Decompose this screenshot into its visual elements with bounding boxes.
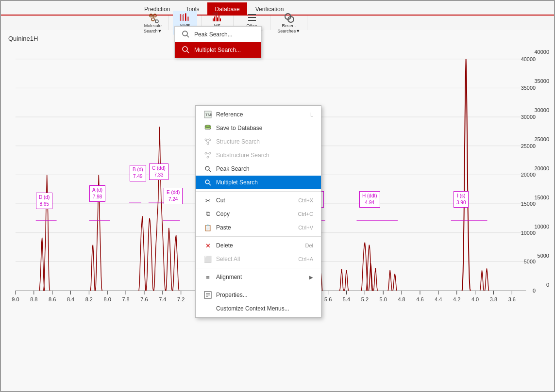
ctx-cut[interactable]: ✂ Cut Ctrl+X — [196, 194, 321, 207]
svg-text:J: J — [182, 14, 184, 16]
svg-line-26 — [187, 35, 189, 37]
molecule-search-button[interactable]: MoleculeSearch▼ — [141, 11, 165, 35]
ribbon-group-recent: RecentSearches▼ — [270, 16, 307, 30]
ctx-peak-search-icon — [203, 164, 212, 173]
svg-rect-12 — [213, 18, 214, 21]
substructure-search-icon — [203, 151, 212, 160]
svg-text:15000: 15000 — [521, 201, 536, 207]
svg-line-125 — [208, 141, 209, 143]
svg-text:35000: 35000 — [521, 85, 536, 91]
svg-text:8.0: 8.0 — [104, 296, 111, 302]
ctx-substructure-search-label: Substructure Search — [216, 152, 269, 159]
peak-search-dropdown-item[interactable]: Peak Search... — [175, 27, 261, 42]
ctx-copy-label: Copy — [216, 211, 230, 217]
svg-text:30000: 30000 — [521, 114, 536, 120]
ctx-select-all-label: Select All — [216, 256, 240, 262]
svg-rect-8 — [183, 16, 184, 21]
svg-text:10000: 10000 — [521, 230, 536, 236]
svg-rect-17 — [220, 18, 221, 21]
ctx-select-all: ⬜ Select All Ctrl+A — [196, 252, 321, 266]
svg-text:7.8: 7.8 — [122, 296, 129, 302]
ctx-alignment-label: Alignment — [216, 274, 242, 280]
ctx-structure-search-label: Structure Search — [216, 138, 260, 145]
svg-point-120 — [205, 139, 207, 141]
ctx-multiplet-search-icon — [203, 178, 212, 187]
ctx-multiplet-search[interactable]: Multiplet Search — [196, 176, 321, 189]
ctx-delete-shortcut: Del — [305, 243, 313, 248]
svg-line-4 — [153, 17, 154, 18]
ctx-peak-search-label: Peak Search — [216, 165, 250, 172]
ctx-paste-shortcut: Ctrl+V — [298, 225, 313, 230]
svg-point-1 — [153, 14, 156, 17]
ctx-separator-3 — [196, 268, 321, 268]
delete-icon: ✕ — [203, 241, 212, 250]
ctx-customize-label: Customize Context Menus... — [216, 305, 289, 312]
svg-text:8.4: 8.4 — [67, 296, 74, 302]
svg-text:7.6: 7.6 — [140, 296, 148, 302]
svg-text:8.6: 8.6 — [49, 296, 56, 302]
main-window: Prediction Tools Database Verification — [0, 0, 555, 392]
svg-text:3.8: 3.8 — [490, 296, 497, 302]
ribbon: Prediction Tools Database Verification — [1, 1, 554, 30]
svg-point-2 — [151, 18, 154, 21]
ctx-delete[interactable]: ✕ Delete Del — [196, 239, 321, 252]
svg-text:9.0: 9.0 — [12, 296, 19, 302]
nmr-search-dropdown: Peak Search... Multiplet Search... — [174, 26, 262, 58]
svg-point-127 — [209, 152, 211, 154]
svg-line-6 — [155, 19, 156, 20]
molecule-search-icon — [147, 12, 159, 23]
svg-text:5.2: 5.2 — [361, 296, 369, 302]
ctx-alignment[interactable]: ≡ Alignment ▶ — [196, 270, 321, 284]
multiplet-search-dropdown-item[interactable]: Multiplet Search... — [175, 42, 261, 58]
svg-text:20000: 20000 — [521, 172, 536, 178]
svg-point-128 — [207, 156, 209, 158]
svg-rect-15 — [217, 17, 218, 21]
svg-text:4.0: 4.0 — [471, 296, 479, 302]
ctx-separator-1 — [196, 191, 321, 192]
multiplet-search-icon — [181, 45, 190, 55]
svg-point-130 — [205, 166, 209, 170]
peak-label-D: D (d)8.65 — [36, 193, 52, 209]
peak-label-I: I (s)3.90 — [454, 191, 469, 208]
ctx-properties-label: Properties... — [216, 292, 248, 298]
svg-text:TMS: TMS — [205, 113, 212, 117]
nmr-search-icon: J — [179, 12, 191, 23]
svg-point-126 — [205, 152, 207, 154]
alignment-icon: ≡ — [203, 273, 212, 281]
svg-point-132 — [205, 180, 209, 184]
svg-text:25000: 25000 — [521, 143, 536, 149]
svg-text:7.2: 7.2 — [177, 296, 185, 302]
y-axis-values: 40000 35000 30000 25000 20000 15000 1000… — [534, 37, 549, 299]
recent-searches-button[interactable]: RecentSearches▼ — [274, 11, 303, 35]
svg-line-133 — [209, 183, 211, 185]
svg-text:4.6: 4.6 — [416, 296, 423, 302]
reference-icon: TMS — [203, 110, 212, 119]
save-database-icon — [203, 124, 212, 132]
ctx-separator-4 — [196, 286, 321, 286]
structure-search-icon — [203, 137, 212, 146]
svg-line-28 — [187, 51, 189, 53]
svg-text:8.2: 8.2 — [85, 296, 93, 302]
ctx-save-database[interactable]: Save to Database — [196, 121, 321, 135]
ctx-reference[interactable]: TMS Reference L — [196, 108, 321, 121]
ctx-paste[interactable]: 📋 Paste Ctrl+V — [196, 221, 321, 234]
ctx-delete-label: Delete — [216, 242, 233, 249]
context-menu: TMS Reference L Save to — [195, 105, 321, 318]
ctx-properties[interactable]: Properties... — [196, 288, 321, 302]
peak-label-B: B (d)7.49 — [130, 165, 146, 181]
svg-point-122 — [207, 143, 209, 145]
svg-point-121 — [209, 139, 211, 141]
svg-rect-16 — [219, 16, 219, 21]
customize-icon — [203, 304, 212, 313]
molecule-search-label: MoleculeSearch▼ — [144, 23, 162, 34]
peak-label-C: C (dd)7.33 — [149, 163, 168, 180]
ctx-cut-label: Cut — [216, 197, 225, 204]
svg-line-131 — [209, 170, 211, 172]
svg-text:4.4: 4.4 — [435, 296, 442, 302]
svg-text:5.6: 5.6 — [324, 296, 332, 302]
svg-point-25 — [183, 31, 187, 36]
ctx-copy[interactable]: ⧉ Copy Ctrl+C — [196, 207, 321, 221]
ribbon-group-molecule: MoleculeSearch▼ — [137, 16, 169, 30]
ctx-peak-search[interactable]: Peak Search — [196, 162, 321, 176]
ctx-customize-menus[interactable]: Customize Context Menus... — [196, 302, 321, 315]
